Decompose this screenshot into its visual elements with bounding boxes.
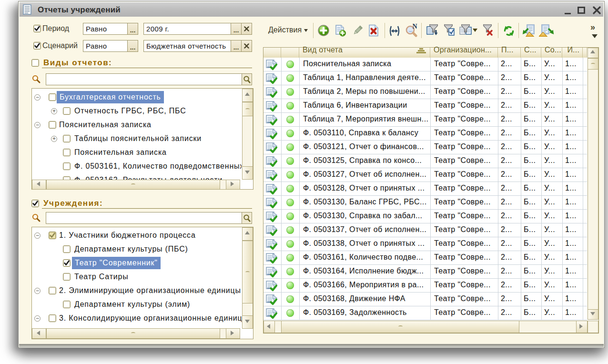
svg-text:N: N xyxy=(413,24,417,30)
